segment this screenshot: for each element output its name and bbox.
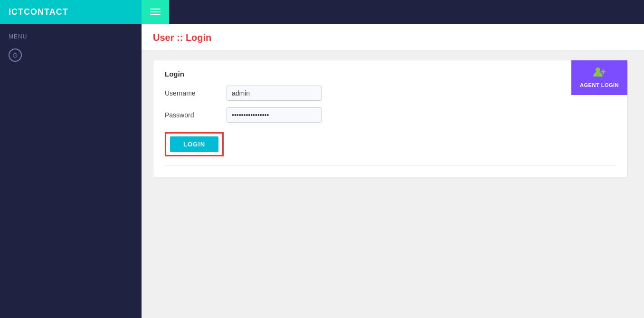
agent-login-label: AGENT LOGIN: [580, 82, 619, 88]
password-row: Password: [165, 107, 616, 123]
login-button-wrapper: LOGIN: [165, 132, 224, 156]
home-icon: ⊙: [9, 48, 22, 62]
brand-name: ICTCONTACT: [9, 7, 68, 17]
login-card: AGENT LOGIN Login Username Password LOGI…: [153, 60, 628, 177]
login-button[interactable]: LOGIN: [170, 136, 218, 152]
page-header: User :: Login: [142, 24, 644, 50]
sidebar-item-home[interactable]: ⊙: [0, 44, 142, 67]
brand-logo: ICTCONTACT: [0, 0, 142, 24]
password-input[interactable]: [227, 107, 322, 123]
navbar: ICTCONTACT: [0, 0, 644, 24]
username-row: Username: [165, 86, 616, 101]
password-label: Password: [165, 111, 227, 119]
layout: MENU ⊙ User :: Login: [0, 24, 644, 318]
username-label: Username: [165, 89, 227, 97]
sidebar: MENU ⊙: [0, 24, 142, 318]
hamburger-button[interactable]: [142, 0, 169, 24]
sidebar-menu-label: MENU: [0, 29, 142, 44]
page-title: User :: Login: [153, 32, 633, 43]
agent-icon: [593, 67, 606, 80]
main-content: User :: Login AGENT LOGIN: [142, 24, 644, 318]
hamburger-icon: [150, 9, 161, 15]
username-input[interactable]: [227, 86, 322, 101]
content-area: AGENT LOGIN Login Username Password LOGI…: [142, 50, 644, 187]
agent-login-button[interactable]: AGENT LOGIN: [571, 60, 627, 95]
card-divider: [165, 165, 616, 165]
navbar-right: [169, 0, 644, 24]
svg-point-0: [596, 67, 600, 72]
card-title: Login: [165, 70, 616, 78]
